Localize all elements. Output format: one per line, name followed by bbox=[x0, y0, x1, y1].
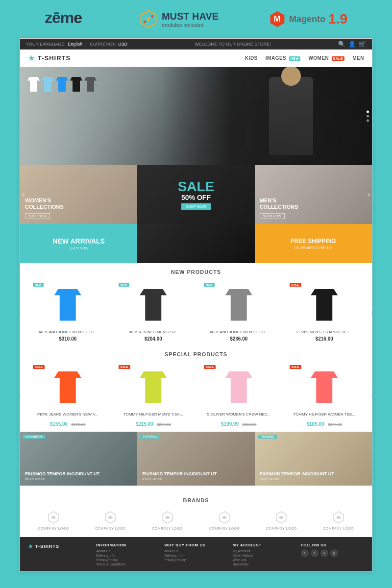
special-products-next[interactable]: › bbox=[370, 392, 373, 400]
new-products-prev[interactable]: ‹ bbox=[19, 308, 22, 316]
promo-new-arrivals[interactable]: NEW ARRIVALS SHOP NOW bbox=[20, 224, 137, 263]
special-products-grid: ‹ SALE PEPE JEANS WOMEN'S NEW V... $155.… bbox=[20, 361, 372, 431]
svg-point-1 bbox=[147, 17, 150, 21]
user-icon[interactable]: 👤 bbox=[348, 41, 356, 48]
brands-title: BRANDS bbox=[25, 491, 367, 507]
hero-person bbox=[269, 77, 313, 155]
brand-logo-3[interactable]: COMPANY LOGO bbox=[152, 510, 183, 530]
promo-prev-arrow[interactable]: ‹ bbox=[22, 190, 24, 199]
blog-card-2[interactable]: TUTORIAL EIUSMOD TEMPOR INCIDIDUNT UT RE… bbox=[137, 432, 254, 486]
product-badge: NEW bbox=[204, 283, 215, 287]
footer-col-information: INFORMATION About Us Delivery Info Priva… bbox=[96, 543, 159, 567]
social-links: f t y g bbox=[301, 549, 364, 557]
store-logo-area: ★ T-SHIRTS bbox=[28, 53, 71, 63]
brand-logo-6[interactable]: COMPANY LOGO bbox=[323, 510, 354, 530]
brand-icon-3 bbox=[160, 510, 175, 525]
product-image bbox=[311, 289, 338, 321]
blog-badge-2: TUTORIAL bbox=[140, 435, 160, 439]
product-badge: NEW bbox=[33, 283, 44, 287]
brand-icon-4 bbox=[217, 510, 232, 525]
blog-content-3: EIUSMOD TEMPOR INCIDIDUNT UT READ MORE bbox=[260, 471, 334, 481]
must-have-text: MUST HAVE modules included bbox=[162, 11, 219, 28]
blog-grid: LOOKBOOK EIUSMOD TEMPOR INCIDIDUNT UT RE… bbox=[20, 432, 372, 486]
footer-col-why-buy: WHY BUY FROM US About Us Delivery Info P… bbox=[164, 543, 227, 563]
star-icon: ★ bbox=[28, 53, 35, 63]
blog-content-2: EIUSMOD TEMPOR INCIDIDUNT UT READ MORE bbox=[142, 471, 217, 481]
footer-logo: ★ T-SHIRTS bbox=[28, 543, 91, 550]
product-image bbox=[311, 371, 338, 403]
product-badge: SALE bbox=[119, 365, 130, 369]
product-image bbox=[225, 371, 252, 403]
twitter-icon[interactable]: t bbox=[311, 549, 318, 557]
product-badge: SALE bbox=[33, 365, 45, 369]
brand-logo-2[interactable]: COMPANY LOGO bbox=[95, 510, 126, 530]
promo-sale[interactable]: SALE 50% OFF SHOP NOW! bbox=[137, 165, 254, 224]
slide-dots bbox=[367, 111, 369, 122]
brands-section: BRANDS COMPANY LOGO COMPANY LOGO bbox=[20, 486, 372, 537]
mens-shop-btn[interactable]: SHOP NOW bbox=[260, 213, 285, 219]
store-menu: KIDS IMAGES NEW WOMEN SALE MEN bbox=[245, 55, 364, 61]
facebook-icon[interactable]: f bbox=[301, 549, 309, 557]
womens-shop-btn[interactable]: SHOP NOW bbox=[25, 213, 50, 219]
product-card: NEW JACK AND JONES MEN'S J.CO... $310.00 bbox=[25, 279, 111, 345]
nav-men[interactable]: MEN bbox=[352, 55, 364, 61]
special-products-title: SPECIAL PRODUCTS bbox=[20, 345, 372, 361]
badges-bar: zēmez MUST HAVE modules included M Magen… bbox=[0, 0, 392, 38]
brand-logo-4[interactable]: COMPANY LOGO bbox=[209, 510, 240, 530]
search-icon[interactable]: 🔍 bbox=[338, 41, 345, 48]
nav-women[interactable]: WOMEN SALE bbox=[308, 55, 344, 61]
hexagon-icon bbox=[139, 10, 158, 28]
product-badge: SALE bbox=[290, 365, 301, 369]
zemes-logo: zēmez bbox=[45, 9, 89, 27]
svg-point-3 bbox=[151, 15, 153, 18]
blog-content-1: EIUSMOD TEMPOR INCIDIDUNT UT READ MORE bbox=[25, 471, 99, 481]
product-badge: SALE bbox=[290, 283, 301, 287]
brand-icon-2 bbox=[103, 510, 118, 525]
brand-logo-5[interactable]: COMPANY LOGO bbox=[266, 510, 297, 530]
promo-womens[interactable]: ‹ WOMEN'S COLLECTIONS SHOP NOW bbox=[20, 165, 137, 224]
new-products-next[interactable]: › bbox=[370, 308, 373, 316]
store-nav: ★ T-SHIRTS KIDS IMAGES NEW WOMEN SALE ME… bbox=[20, 49, 372, 67]
nav-kids[interactable]: KIDS bbox=[245, 55, 258, 61]
promo-mens[interactable]: › MEN'S COLLECTIONS SHOP NOW bbox=[255, 165, 372, 224]
cart-icon[interactable]: 🛒 bbox=[359, 41, 366, 48]
store-topbar: YOUR LANGUAGE: English | CURRENCY: USD W… bbox=[20, 39, 372, 49]
brand-icon-1 bbox=[46, 510, 61, 525]
product-card: SALE TOMMY HILFIGER WOMEN TEE... $185.00… bbox=[282, 361, 368, 431]
product-card: SALE PEPE JEANS WOMEN'S NEW V... $155.00… bbox=[25, 361, 111, 431]
store-footer: ★ T-SHIRTS INFORMATION About Us Delivery… bbox=[20, 537, 372, 571]
store-frame: YOUR LANGUAGE: English | CURRENCY: USD W… bbox=[20, 38, 372, 571]
zemes-logo-area: zēmez bbox=[45, 9, 89, 29]
svg-text:M: M bbox=[274, 14, 280, 23]
svg-point-4 bbox=[151, 21, 153, 23]
product-badge: SALE bbox=[204, 365, 216, 369]
footer-col-social: FOLLOW US f t y g bbox=[301, 543, 364, 557]
brands-grid: COMPANY LOGO COMPANY LOGO COMPANY LOGO bbox=[25, 507, 367, 533]
promo-free-shipping[interactable]: FREE SHIPPING On Orders Over $99 bbox=[255, 224, 372, 263]
product-card: SALE TOMMY HILFIGER MEN'S T.SH... $215.0… bbox=[111, 361, 196, 431]
topbar-icons: 🔍 👤 🛒 bbox=[338, 41, 366, 48]
blog-badge-3: TRAINING bbox=[258, 435, 277, 439]
brand-logo-1[interactable]: COMPANY LOGO bbox=[38, 510, 69, 530]
footer-logo-col: ★ T-SHIRTS bbox=[28, 543, 91, 550]
blog-badge-1: LOOKBOOK bbox=[23, 435, 45, 439]
magento-icon: M bbox=[269, 10, 286, 28]
promo-sale-bottom[interactable] bbox=[137, 224, 254, 263]
language-currency: YOUR LANGUAGE: English | CURRENCY: USD bbox=[26, 42, 127, 47]
new-products-title: NEW PRODUCTS bbox=[20, 263, 372, 279]
special-products-prev[interactable]: ‹ bbox=[19, 392, 22, 400]
new-products-grid: ‹ NEW JACK AND JONES MEN'S J.CO... $310.… bbox=[20, 279, 372, 345]
product-image bbox=[140, 289, 167, 321]
youtube-icon[interactable]: y bbox=[320, 549, 328, 557]
product-image bbox=[225, 289, 252, 321]
product-card: NEW JACK AND JONES MEN'S J.CO... $236.00 bbox=[196, 279, 282, 345]
product-card: NEW JACK & JONES MEN'S SH... $204.00 bbox=[111, 279, 196, 345]
blog-card-1[interactable]: LOOKBOOK EIUSMOD TEMPOR INCIDIDUNT UT RE… bbox=[20, 432, 137, 486]
promo-next-arrow[interactable]: › bbox=[368, 190, 370, 199]
product-image bbox=[54, 289, 81, 321]
google-icon[interactable]: g bbox=[330, 549, 338, 557]
nav-images[interactable]: IMAGES NEW bbox=[266, 55, 301, 61]
sale-shop-btn[interactable]: SHOP NOW! bbox=[181, 203, 211, 210]
product-image bbox=[54, 371, 81, 403]
blog-card-3[interactable]: TRAINING EIUSMOD TEMPOR INCIDIDUNT UT RE… bbox=[255, 432, 372, 486]
